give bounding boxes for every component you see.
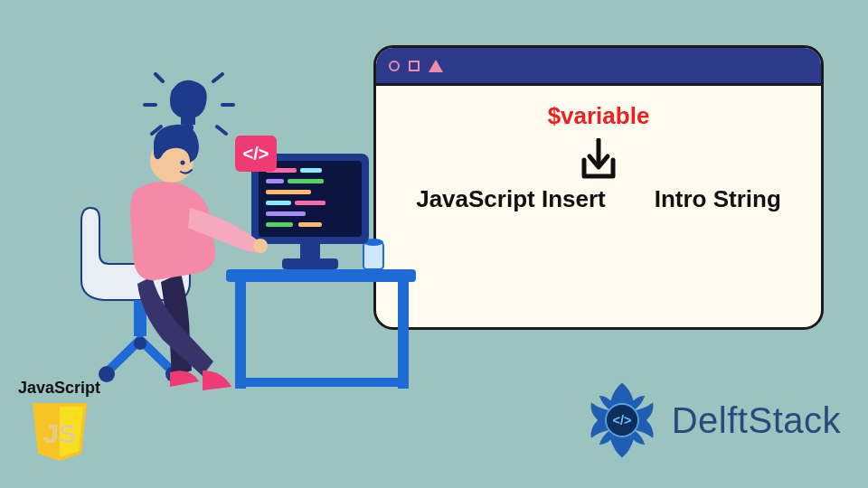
svg-rect-13 (398, 282, 409, 389)
svg-line-1 (156, 74, 163, 81)
svg-rect-29 (300, 244, 320, 260)
window-titlebar (376, 48, 821, 86)
window-control-triangle-icon (429, 60, 443, 72)
desk-icon (226, 269, 416, 389)
svg-rect-14 (235, 378, 409, 387)
coffee-cup-icon (363, 239, 383, 269)
svg-point-8 (99, 366, 115, 382)
svg-line-6 (217, 127, 226, 134)
svg-rect-21 (266, 179, 284, 183)
brand-name: DelftStack (672, 400, 841, 441)
javascript-label: JavaScript (18, 379, 100, 398)
svg-point-9 (134, 337, 146, 350)
svg-rect-15 (363, 242, 383, 269)
headline-text: JavaScript InsertIntro String (376, 185, 821, 213)
delftstack-logo-icon: </> (581, 380, 663, 461)
svg-rect-27 (266, 222, 293, 227)
svg-rect-30 (282, 258, 338, 269)
insert-arrow-icon (579, 138, 618, 180)
svg-rect-26 (266, 211, 306, 216)
window-control-circle-icon (389, 61, 400, 71)
window-control-square-icon (409, 61, 420, 71)
window-body: $variable JavaScript InsertIntro String (376, 86, 821, 327)
code-tag-icon: </> (235, 136, 277, 172)
svg-rect-22 (288, 179, 324, 183)
javascript-badge: JavaScript JS JS (18, 379, 100, 468)
svg-rect-12 (235, 282, 246, 389)
svg-point-35 (181, 161, 185, 165)
svg-rect-20 (300, 168, 322, 173)
javascript-shield-icon: JS JS (27, 399, 92, 465)
svg-point-33 (253, 239, 268, 253)
headline-right: Intro String (655, 185, 781, 212)
headline-left: JavaScript Insert (416, 185, 606, 212)
programmer-illustration: </> (54, 72, 416, 407)
svg-text:</>: </> (243, 144, 269, 164)
browser-window: $variable JavaScript InsertIntro String (373, 45, 824, 330)
svg-rect-23 (266, 190, 311, 194)
svg-rect-11 (226, 269, 416, 282)
variable-label: $variable (376, 102, 821, 130)
delftstack-brand: </> DelftStack (581, 380, 841, 461)
svg-text:</>: </> (612, 413, 631, 427)
svg-rect-28 (298, 222, 322, 227)
svg-rect-24 (266, 201, 291, 205)
svg-rect-25 (295, 201, 326, 205)
lightbulb-icon (145, 74, 233, 134)
svg-text:JS: JS (42, 418, 76, 448)
svg-line-2 (213, 74, 222, 81)
